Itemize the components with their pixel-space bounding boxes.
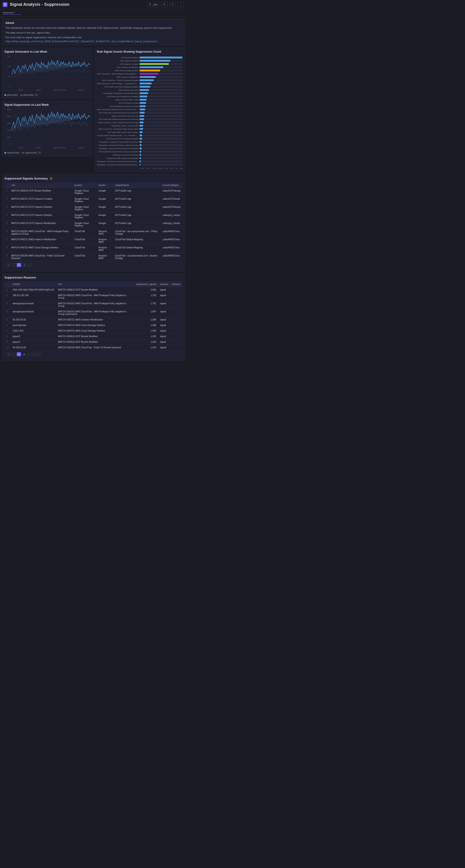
row-reasons: signal — [158, 287, 170, 293]
row-listname — [170, 317, 182, 322]
sr-prev-button[interactable]: ‹ — [12, 352, 16, 356]
bar-track — [139, 122, 182, 123]
bar-label: GCP Permission Denied — [97, 102, 139, 104]
suppression-reasons-tbody: 1 2601:246:4b02:580d:f97f:b954:9a83:c41 … — [4, 287, 182, 350]
row-vendor: Google — [97, 196, 113, 204]
bar-fill — [139, 105, 145, 107]
bar-row: AWS CloudTrail - IAM Privilege...cy Appl… — [97, 82, 182, 85]
row-rule: MATCH-S00715 AWS Cloud Storage Deletion — [9, 245, 73, 253]
col-rule: rule — [9, 183, 73, 188]
prev-first-button[interactable]: « — [6, 263, 11, 267]
bar-label: Phishing Link Then Proxy Allow — [97, 154, 139, 156]
keywords-label: keywords * — [3, 11, 15, 14]
bar-label: CSE Signal: Crowdstrike Threat Intel Mat… — [97, 92, 139, 94]
bar-fill — [139, 102, 146, 104]
row-suppressed: 1,586 — [134, 317, 158, 322]
row-suppressed: 1,702 — [134, 293, 158, 301]
table-row: 5 MATCH-S00714 GCP Instance Modification… — [4, 220, 182, 229]
prev-button[interactable]: ‹ — [12, 263, 16, 267]
sr-next-button[interactable]: › — [31, 352, 35, 356]
row-suppressed: 1,586 — [134, 322, 158, 328]
legend-generated: generated — [4, 94, 18, 96]
generated-legend: generated generated_7d — [4, 94, 90, 96]
suppressed-summary-tbody: 1 MATCH-S00619 GCP Bucket Modified Googl… — [4, 188, 182, 261]
about-link[interactable]: https://help.sumologic.com/Cloud_SIEM_En… — [5, 39, 181, 43]
row-reasons: signal — [158, 301, 170, 309]
bar-row: Suspicious AWS Lambda Enumeration — [97, 157, 182, 159]
row-listname — [170, 339, 182, 345]
suppression-chart-area: 500 400 300 200 100 0 — [4, 108, 90, 150]
row-rule: MATCH-S00721 AWS Instance Modification — [56, 317, 134, 322]
row-product: Google Cloud Platform — [73, 196, 97, 204]
bar-track — [139, 112, 182, 114]
row-suppressed: 1,519 — [134, 345, 158, 350]
row-entityid: prod-depman — [11, 322, 56, 328]
sr-col-rule: rule — [56, 281, 134, 287]
row-source: Labs/GCP/cloudi — [161, 196, 182, 204]
row-reasons: signal — [158, 339, 170, 345]
sx-label-1200: 12:00 — [18, 147, 23, 149]
bar-track — [139, 157, 182, 159]
bar-label: GCP Instance Creation — [97, 63, 139, 65]
sy-label-300: 300 — [7, 122, 10, 125]
sx-label-0000: 00:00 Feb 10 — [54, 147, 66, 149]
sr-page-1-button[interactable]: 1 — [17, 352, 21, 356]
bar-label: GCP Audit Reconnaissance Activity — [97, 105, 139, 107]
row-mapper: GCP Audit Logs — [113, 204, 161, 212]
bar-row: GCP Audit GCE VPC Network Modified — [97, 137, 182, 140]
bar-label: Spike in AWS API Call from User — [97, 115, 139, 117]
next-button[interactable]: › — [28, 263, 32, 267]
bar-track — [139, 164, 182, 165]
table-row: 6 prod-depman MATCH-S00715 AWS Cloud Sto… — [4, 322, 182, 328]
suppression-legend: suppressed suppressed_7d — [4, 151, 90, 154]
page-1-button[interactable]: 1 — [17, 263, 21, 267]
row-num: 4 — [4, 309, 11, 317]
bar-label: GCP Audit IAM CreateServiceAccount Obser… — [97, 112, 139, 114]
filter-button[interactable]: ▽ — [169, 2, 175, 7]
suppressed-summary-section: Suppressed Signals Summary ⚠ rule produc… — [2, 174, 185, 271]
suppressed-main-line — [11, 112, 90, 130]
legend-dot-generated-7d — [21, 94, 22, 96]
more-icon: ⋮ — [179, 3, 182, 6]
header-left: S Signal Analysis - Suppression — [3, 2, 69, 7]
row-rule: MATCH-S00619 GCP Bucket Modified — [9, 188, 73, 196]
bar-label: GCP Audit GCE VPC Network Modified — [97, 138, 139, 140]
bar-track — [139, 86, 182, 88]
bar-fill — [139, 96, 147, 97]
more-button[interactable]: ⋮ — [177, 2, 184, 7]
table-row: 7 MATCH-S00721 AWS Instance Modification… — [4, 237, 182, 245]
bar-track — [139, 108, 182, 111]
row-num: 8 — [4, 245, 9, 253]
bar-row: GCP Instance Deletion — [97, 59, 182, 62]
bar-label: AWS CloudTrail - IAM Privilege...cy Appl… — [97, 83, 139, 85]
row-reasons: signal — [158, 293, 170, 301]
row-entityid: 50.200.63.82 — [11, 345, 56, 350]
time-range-button[interactable]: ⏱ -24h — [147, 2, 160, 7]
bar-label: AWS CloudTrail - S3 Bucket Public Access… — [97, 128, 139, 130]
x-label-0000: 00:00 Feb 10 — [54, 89, 66, 91]
generated-line-svg — [11, 55, 90, 88]
bar-row: AWS Instance Discovery — [97, 89, 182, 91]
row-rule: MATCH-S00105 AWS CloudTrail - Public S3 … — [9, 253, 73, 261]
sx-label-1800: 18:00 — [35, 147, 41, 149]
sr-col-reasons: reasons — [158, 281, 170, 287]
bar-row: GCP Audit IAM Custom Role Created or Mod… — [97, 150, 182, 153]
bar-track — [139, 83, 182, 85]
row-suppressed: 1,548 — [134, 328, 158, 334]
row-vendor: Google — [97, 212, 113, 220]
bar-label: GCP Bucket Modified — [97, 57, 139, 59]
about-title: About — [5, 21, 181, 25]
bar-track — [139, 105, 182, 107]
row-num: 3 — [4, 204, 9, 212]
bar-fill — [139, 63, 169, 65]
sr-next-last-button[interactable]: » — [36, 352, 41, 356]
page-2-button[interactable]: 2 — [22, 263, 27, 267]
row-listname — [170, 293, 182, 301]
bar-row: AWS CloudTrail - Public S3 Bucket Expose… — [97, 79, 182, 82]
refresh-button[interactable]: ↻ — [161, 2, 168, 7]
bar-label: Sharepoint - External IP Downloaded Exce… — [97, 141, 139, 143]
app-header: S Signal Analysis - Suppression ⏱ -24h ↻… — [0, 0, 187, 9]
sr-prev-first-button[interactable]: « — [6, 352, 11, 356]
sy-label-200: 200 — [7, 129, 10, 131]
bar-track — [139, 131, 182, 133]
